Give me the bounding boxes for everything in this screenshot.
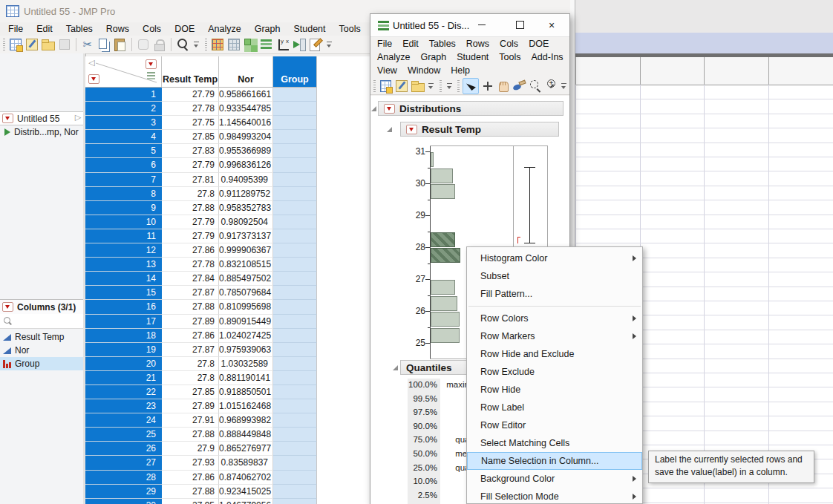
row-number-cell[interactable]: 28 bbox=[85, 471, 162, 485]
cell-group[interactable] bbox=[273, 357, 317, 371]
row-number-cell[interactable]: 17 bbox=[85, 315, 162, 329]
table-row[interactable]: 2627.90.865276977 bbox=[85, 442, 370, 456]
table-row[interactable]: 1727.890.890915449 bbox=[85, 315, 370, 329]
new-table-icon[interactable] bbox=[8, 37, 23, 52]
table-row[interactable]: 927.880.958352783 bbox=[85, 201, 370, 215]
menu-item-analyze[interactable]: Analyze bbox=[372, 50, 415, 64]
row-number-cell[interactable]: 2 bbox=[85, 102, 162, 116]
y-by-x-icon[interactable] bbox=[275, 37, 290, 52]
cell-nor[interactable]: 0.885497502 bbox=[219, 272, 273, 286]
cell-group[interactable] bbox=[273, 371, 317, 385]
context-menu-item-row-label[interactable]: Row Label bbox=[467, 399, 642, 416]
menu-item-help[interactable]: Help bbox=[445, 64, 475, 77]
clear-icon[interactable] bbox=[136, 37, 151, 52]
row-number-cell[interactable]: 24 bbox=[85, 413, 162, 428]
cell-result-temp[interactable]: 27.87 bbox=[162, 343, 219, 357]
menu-item-rows[interactable]: Rows bbox=[461, 37, 494, 50]
distributions-outline-bar[interactable]: Distributions bbox=[378, 101, 564, 116]
cell-group[interactable] bbox=[273, 315, 317, 329]
cell-nor[interactable]: 0.911289752 bbox=[219, 187, 273, 201]
table-row[interactable]: 227.780.933544785 bbox=[85, 102, 370, 116]
cell-nor[interactable]: 1.046779056 bbox=[219, 499, 273, 504]
context-menu-item-select-matching-cells[interactable]: Select Matching Cells bbox=[467, 434, 642, 452]
cell-result-temp[interactable]: 27.81 bbox=[162, 173, 219, 187]
cell-group[interactable] bbox=[273, 428, 317, 442]
cell-result-temp[interactable]: 27.89 bbox=[162, 399, 219, 413]
row-number-cell[interactable]: 5 bbox=[85, 144, 162, 158]
cell-nor[interactable]: 0.918850501 bbox=[219, 385, 273, 399]
cell-nor[interactable]: 0.958661661 bbox=[219, 88, 273, 102]
histogram-bar-selected[interactable] bbox=[431, 248, 460, 263]
cell-result-temp[interactable]: 27.84 bbox=[162, 272, 219, 286]
assign-column-icon[interactable] bbox=[292, 37, 307, 52]
row-number-cell[interactable]: 16 bbox=[85, 300, 162, 314]
magnifier-zoom-icon[interactable] bbox=[543, 79, 558, 94]
menu-item-cols[interactable]: Cols bbox=[136, 22, 168, 36]
cell-nor[interactable]: 0.958352783 bbox=[219, 201, 273, 215]
table-row[interactable]: 527.830.955366989 bbox=[85, 144, 370, 158]
row-number-cell[interactable]: 21 bbox=[85, 371, 162, 385]
cell-nor[interactable]: 0.865276977 bbox=[219, 442, 273, 456]
cell-nor[interactable]: 0.923415025 bbox=[219, 485, 273, 499]
cell-nor[interactable]: 0.888449848 bbox=[219, 428, 273, 442]
cell-group[interactable] bbox=[273, 385, 317, 399]
open-folder-icon[interactable] bbox=[41, 37, 56, 52]
table-row[interactable]: 1827.861.024027425 bbox=[85, 329, 370, 343]
table-row[interactable]: 1627.880.810995698 bbox=[85, 300, 370, 314]
cell-group[interactable] bbox=[273, 442, 317, 456]
cell-group[interactable] bbox=[273, 343, 317, 357]
cell-group[interactable] bbox=[273, 300, 317, 314]
menu-item-student[interactable]: Student bbox=[287, 22, 332, 36]
cell-nor[interactable]: 0.999906367 bbox=[219, 243, 273, 258]
cell-result-temp[interactable]: 27.9 bbox=[162, 442, 219, 456]
open-folder-icon[interactable] bbox=[411, 79, 425, 94]
row-number-cell[interactable]: 14 bbox=[85, 272, 162, 286]
cell-nor[interactable]: 0.874062702 bbox=[219, 471, 273, 485]
cell-group[interactable] bbox=[273, 173, 317, 187]
cell-group[interactable] bbox=[273, 399, 317, 413]
save-icon[interactable] bbox=[57, 37, 72, 52]
row-number-cell[interactable]: 3 bbox=[85, 116, 162, 130]
table-row[interactable]: 2127.80.881190141 bbox=[85, 371, 370, 385]
row-number-cell[interactable]: 13 bbox=[85, 258, 162, 272]
disclosure-icon[interactable] bbox=[387, 127, 392, 132]
cell-group[interactable] bbox=[273, 201, 317, 215]
table-row[interactable]: 627.790.996836126 bbox=[85, 158, 370, 172]
context-menu-item-name-selection-in-column[interactable]: Name Selection in Column... bbox=[467, 452, 642, 470]
cell-result-temp[interactable]: 27.78 bbox=[162, 102, 219, 116]
cell-nor[interactable]: 1.145640016 bbox=[219, 116, 273, 130]
table-row[interactable]: 2827.860.874062702 bbox=[85, 471, 370, 485]
cell-nor[interactable]: 0.98092504 bbox=[219, 215, 273, 229]
columns-panel-header[interactable]: Columns (3/1) bbox=[0, 299, 83, 314]
cell-result-temp[interactable]: 27.86 bbox=[162, 329, 219, 343]
columns-item-group[interactable]: Group bbox=[0, 357, 83, 370]
row-number-cell[interactable]: 8 bbox=[85, 187, 162, 201]
journal-icon[interactable] bbox=[394, 79, 408, 94]
menu-item-tables[interactable]: Tables bbox=[59, 22, 99, 36]
cell-result-temp[interactable]: 27.8 bbox=[162, 357, 219, 371]
cell-group[interactable] bbox=[273, 116, 317, 130]
row-number-cell[interactable]: 10 bbox=[85, 215, 162, 229]
context-menu-item-background-color[interactable]: Background Color bbox=[467, 470, 642, 488]
menu-item-file[interactable]: File bbox=[372, 37, 397, 50]
cell-group[interactable] bbox=[273, 243, 317, 258]
red-triangle-icon[interactable] bbox=[384, 104, 395, 114]
sidebar-table-panel[interactable]: Untitled 55 ◁ bbox=[0, 111, 83, 125]
arrow-cursor-icon[interactable] bbox=[463, 78, 478, 94]
toolbar-overflow-icon[interactable] bbox=[561, 81, 568, 91]
cell-nor[interactable]: 0.810995698 bbox=[219, 300, 273, 314]
row-number-cell[interactable]: 23 bbox=[85, 399, 162, 413]
paste-icon[interactable] bbox=[113, 37, 128, 52]
cell-nor[interactable]: 0.975939063 bbox=[219, 343, 273, 357]
cell-group[interactable] bbox=[273, 229, 317, 243]
table-row[interactable]: 2727.930.83589837 bbox=[85, 456, 370, 470]
cell-nor[interactable]: 0.984993204 bbox=[219, 130, 273, 144]
cell-nor[interactable]: 1.03032589 bbox=[219, 357, 273, 371]
table-row[interactable]: 127.790.958661661 bbox=[85, 88, 370, 102]
columns-red-triangle-icon[interactable] bbox=[146, 59, 157, 69]
cell-nor[interactable]: 0.832108515 bbox=[219, 258, 273, 272]
row-number-cell[interactable]: 15 bbox=[85, 286, 162, 300]
cell-group[interactable] bbox=[273, 88, 317, 102]
close-icon[interactable]: × bbox=[539, 14, 564, 36]
copy-icon[interactable] bbox=[97, 37, 111, 52]
